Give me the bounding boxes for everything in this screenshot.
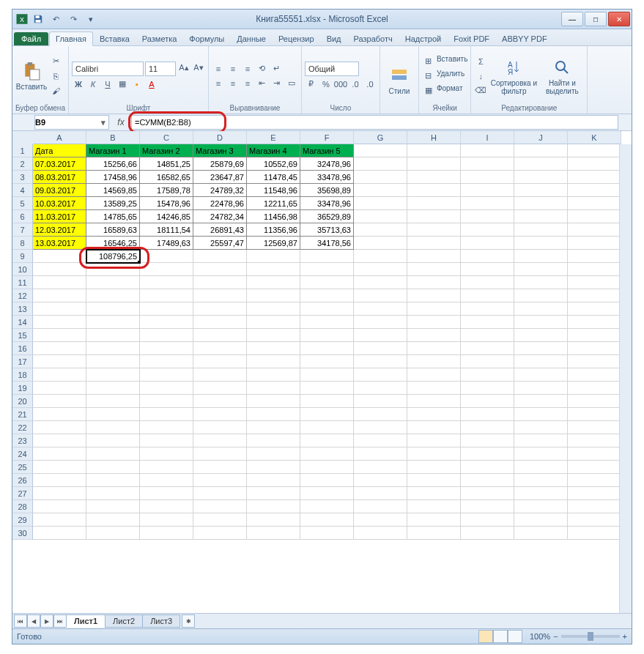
cell[interactable] xyxy=(247,513,300,527)
data-cell[interactable]: 14246,85 xyxy=(140,210,193,223)
cell[interactable] xyxy=(461,223,514,237)
cell[interactable] xyxy=(354,421,407,434)
header-cell[interactable]: Магазин 4 xyxy=(247,144,300,157)
delete-label[interactable]: Удалить xyxy=(437,70,465,83)
cell[interactable] xyxy=(407,329,461,342)
tab-abbyy[interactable]: ABBYY PDF xyxy=(496,32,553,45)
row-header[interactable]: 20 xyxy=(12,395,33,408)
tab-developer[interactable]: Разработч xyxy=(348,32,399,45)
cell[interactable] xyxy=(461,316,514,329)
cell[interactable] xyxy=(514,316,568,329)
cell[interactable] xyxy=(514,171,568,184)
cell[interactable] xyxy=(86,474,140,487)
data-cell[interactable]: 12211,65 xyxy=(247,197,300,210)
cell[interactable] xyxy=(568,355,621,368)
data-cell[interactable]: 16582,65 xyxy=(140,171,193,184)
cell[interactable] xyxy=(461,355,514,368)
cell[interactable] xyxy=(461,184,514,197)
tab-addins[interactable]: Надстрой xyxy=(399,32,447,45)
cell[interactable] xyxy=(568,382,621,395)
increase-font-icon[interactable]: A▴ xyxy=(177,62,190,75)
indent-inc-icon[interactable]: ⇥ xyxy=(270,77,284,90)
cell[interactable] xyxy=(514,395,568,408)
find-button[interactable]: Найти и выделить xyxy=(540,56,584,97)
cell[interactable] xyxy=(354,250,407,263)
cell[interactable] xyxy=(354,263,407,276)
cell[interactable] xyxy=(568,368,621,382)
cell[interactable] xyxy=(461,197,514,210)
cell[interactable] xyxy=(140,316,193,329)
align-mid-icon[interactable]: ≡ xyxy=(226,62,240,75)
fx-button[interactable]: fx xyxy=(114,116,128,129)
cell[interactable] xyxy=(568,395,621,408)
cell[interactable] xyxy=(514,157,568,171)
cell[interactable] xyxy=(247,276,300,289)
cell[interactable] xyxy=(568,276,621,289)
clear-icon[interactable]: ⌫ xyxy=(474,84,487,97)
data-cell[interactable]: 15478,96 xyxy=(140,197,193,210)
cell[interactable] xyxy=(193,447,247,461)
cell[interactable] xyxy=(86,487,140,500)
cell[interactable] xyxy=(354,368,407,382)
cell[interactable] xyxy=(86,368,140,382)
cell[interactable] xyxy=(461,487,514,500)
sheet-nav-first-icon[interactable]: ⏮ xyxy=(14,614,27,628)
cell[interactable] xyxy=(33,421,86,434)
cell[interactable] xyxy=(514,289,568,302)
dec-decimal-icon[interactable]: .0 xyxy=(363,78,377,91)
data-cell[interactable]: 12569,87 xyxy=(247,237,300,250)
cell[interactable] xyxy=(193,276,247,289)
sheet-nav-next-icon[interactable]: ▶ xyxy=(40,614,53,628)
data-cell[interactable]: 15256,66 xyxy=(86,157,140,171)
row-header[interactable]: 17 xyxy=(12,355,33,368)
cell[interactable] xyxy=(407,289,461,302)
orientation-icon[interactable]: ⟲ xyxy=(256,62,269,75)
cell[interactable] xyxy=(193,289,247,302)
cell[interactable] xyxy=(300,263,354,276)
date-cell[interactable]: 12.03.2017 xyxy=(33,223,86,237)
data-cell[interactable]: 34178,56 xyxy=(300,237,354,250)
font-size-combo[interactable]: 11 xyxy=(145,62,176,76)
data-cell[interactable]: 32478,96 xyxy=(300,157,354,171)
row-header[interactable]: 16 xyxy=(12,342,33,355)
vertical-scrollbar[interactable] xyxy=(619,144,632,613)
copy-icon[interactable]: ⎘ xyxy=(49,70,62,83)
cell[interactable] xyxy=(193,434,247,447)
cell[interactable] xyxy=(461,527,514,540)
row-header[interactable]: 6 xyxy=(12,210,33,223)
cell[interactable] xyxy=(407,342,461,355)
cell[interactable] xyxy=(247,316,300,329)
cell[interactable] xyxy=(140,342,193,355)
cell[interactable] xyxy=(247,447,300,461)
row-header[interactable]: 8 xyxy=(12,237,33,250)
data-cell[interactable]: 14569,85 xyxy=(86,184,140,197)
cell[interactable] xyxy=(407,461,461,474)
cell[interactable] xyxy=(461,408,514,421)
cell[interactable] xyxy=(514,461,568,474)
cell[interactable] xyxy=(33,461,86,474)
cell[interactable] xyxy=(140,474,193,487)
cell[interactable] xyxy=(193,355,247,368)
cell[interactable] xyxy=(354,316,407,329)
tab-layout[interactable]: Разметка xyxy=(136,32,183,45)
cell[interactable] xyxy=(461,382,514,395)
date-cell[interactable]: 13.03.2017 xyxy=(33,237,86,250)
cell[interactable] xyxy=(33,474,86,487)
column-header[interactable]: F xyxy=(300,131,354,144)
cell[interactable] xyxy=(514,487,568,500)
fill-icon[interactable]: ↓ xyxy=(474,70,487,83)
align-right-icon[interactable]: ≡ xyxy=(241,77,254,90)
zoom-out-icon[interactable]: − xyxy=(553,632,558,641)
cell[interactable] xyxy=(354,500,407,513)
cell[interactable] xyxy=(514,276,568,289)
insert-label[interactable]: Вставить xyxy=(437,55,467,68)
cell[interactable] xyxy=(354,355,407,368)
cell[interactable] xyxy=(407,395,461,408)
cell[interactable] xyxy=(568,250,621,263)
file-tab[interactable]: Файл xyxy=(14,32,48,45)
cell[interactable] xyxy=(33,355,86,368)
cell[interactable] xyxy=(407,513,461,527)
cell[interactable] xyxy=(33,395,86,408)
cell[interactable] xyxy=(33,302,86,316)
cell[interactable] xyxy=(193,461,247,474)
